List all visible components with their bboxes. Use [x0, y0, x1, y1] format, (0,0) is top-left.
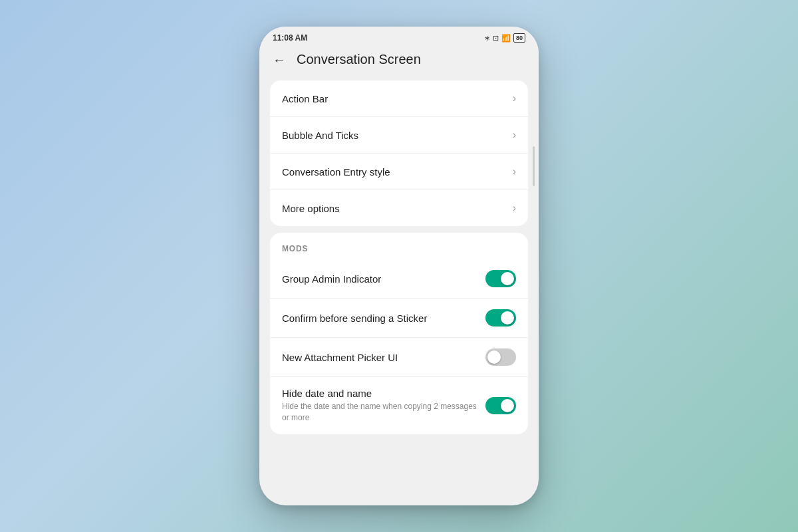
toggle-knob [501, 311, 514, 325]
status-bar: 11:08 AM ∗ ⊡ 📶 80 [259, 27, 539, 47]
toggle-group-admin[interactable] [485, 270, 516, 287]
toggle-item-attachment-picker: New Attachment Picker UI [270, 338, 528, 377]
toggle-item-confirm-sticker: Confirm before sending a Sticker [270, 299, 528, 338]
mods-section-label: MODS [282, 244, 308, 253]
toggle-item-hide-date-name-sublabel: Hide the date and the name when copying … [282, 401, 477, 424]
battery-icon: 80 [513, 33, 525, 43]
menu-item-bubble-ticks-label: Bubble And Ticks [282, 130, 358, 141]
mods-header: MODS [270, 233, 528, 259]
toggle-item-confirm-sticker-label: Confirm before sending a Sticker [282, 313, 477, 324]
menu-card: Action Bar › Bubble And Ticks › Conversa… [270, 80, 528, 226]
page-title: Conversation Screen [297, 52, 421, 67]
status-time: 11:08 AM [273, 33, 307, 43]
toggle-item-group-admin: Group Admin Indicator [270, 259, 528, 299]
toggle-confirm-sticker[interactable] [485, 309, 516, 327]
toggle-knob [501, 399, 514, 412]
toggle-knob [487, 350, 501, 364]
menu-item-conversation-entry-label: Conversation Entry style [282, 166, 390, 178]
toggle-item-attachment-picker-label: New Attachment Picker UI [282, 352, 477, 363]
phone-frame: 11:08 AM ∗ ⊡ 📶 80 ← Conversation Screen … [259, 27, 539, 505]
toggle-knob [501, 272, 514, 285]
toggle-hide-date-name[interactable] [485, 397, 516, 414]
toggle-item-group-admin-label: Group Admin Indicator [282, 273, 477, 285]
menu-item-action-bar-label: Action Bar [282, 93, 328, 104]
toggle-item-group-admin-content: Group Admin Indicator [282, 273, 477, 285]
toggle-item-hide-date-name: Hide date and name Hide the date and the… [270, 377, 528, 434]
content-area: Action Bar › Bubble And Ticks › Conversa… [259, 75, 539, 505]
menu-item-conversation-entry[interactable]: Conversation Entry style › [270, 154, 528, 190]
toggle-attachment-picker[interactable] [485, 348, 516, 366]
chevron-icon: › [513, 129, 516, 141]
toggle-item-hide-date-name-content: Hide date and name Hide the date and the… [282, 388, 477, 424]
chevron-icon: › [513, 166, 516, 178]
wifi-icon: 📶 [501, 34, 511, 43]
menu-item-action-bar[interactable]: Action Bar › [270, 80, 528, 117]
menu-item-bubble-ticks[interactable]: Bubble And Ticks › [270, 117, 528, 154]
toggle-item-hide-date-name-label: Hide date and name [282, 388, 477, 399]
menu-item-more-options-label: More options [282, 203, 340, 214]
toggle-item-attachment-picker-content: New Attachment Picker UI [282, 352, 477, 363]
mods-card: MODS Group Admin Indicator Confirm befor… [270, 233, 528, 434]
scrollbar [533, 146, 535, 186]
status-right-icons: ∗ ⊡ 📶 80 [484, 33, 525, 43]
toggle-item-confirm-sticker-content: Confirm before sending a Sticker [282, 313, 477, 324]
chevron-icon: › [513, 92, 516, 104]
top-bar: ← Conversation Screen [259, 47, 539, 75]
back-button[interactable]: ← [273, 53, 286, 66]
bluetooth-icon: ∗ [484, 34, 490, 43]
signal-icon: ⊡ [493, 34, 499, 43]
menu-item-more-options[interactable]: More options › [270, 190, 528, 226]
chevron-icon: › [513, 202, 516, 214]
